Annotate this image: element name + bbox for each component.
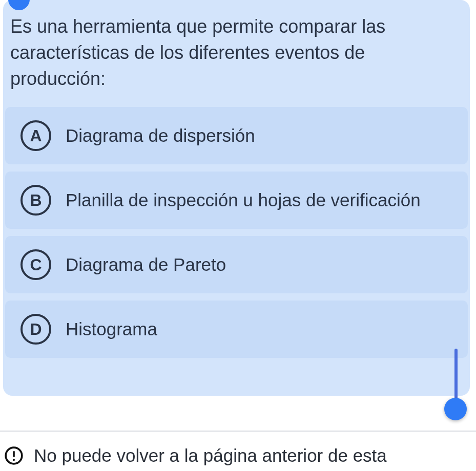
- option-letter-d: D: [20, 314, 51, 345]
- question-card: Es una herramienta que permite comparar …: [3, 0, 470, 396]
- option-text-c: Diagrama de Pareto: [66, 254, 226, 275]
- option-text-d: Histograma: [66, 319, 157, 339]
- selection-handle-bottom[interactable]: [444, 398, 467, 420]
- option-letter-c: C: [20, 249, 51, 280]
- option-c[interactable]: C Diagrama de Pareto: [5, 236, 468, 293]
- option-text-a: Diagrama de dispersión: [66, 125, 255, 146]
- option-d[interactable]: D Histograma: [5, 301, 468, 358]
- option-text-b: Planilla de inspección u hojas de verifi…: [66, 190, 421, 210]
- option-a[interactable]: A Diagrama de dispersión: [5, 107, 468, 164]
- question-prompt: Es una herramienta que permite comparar …: [3, 0, 470, 107]
- svg-point-2: [13, 459, 15, 461]
- options-list: A Diagrama de dispersión B Planilla de i…: [3, 107, 470, 358]
- navigation-warning: No puede volver a la página anterior de …: [0, 432, 476, 467]
- option-b[interactable]: B Planilla de inspección u hojas de veri…: [5, 172, 468, 229]
- option-letter-b: B: [20, 185, 51, 216]
- navigation-warning-text: No puede volver a la página anterior de …: [34, 444, 387, 467]
- alert-icon: [4, 446, 25, 467]
- option-letter-a: A: [20, 120, 51, 151]
